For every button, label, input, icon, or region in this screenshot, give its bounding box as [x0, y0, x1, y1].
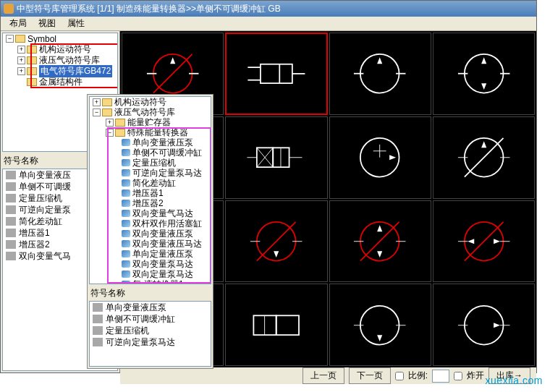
symbol-cell[interactable] — [329, 33, 431, 115]
symbol-cell[interactable] — [433, 284, 535, 366]
collapse-icon[interactable]: − — [93, 108, 101, 116]
folder-icon — [102, 98, 112, 106]
menubar: 布局 视图 属性 — [1, 17, 536, 31]
symbol-icon — [6, 171, 16, 179]
expand-icon[interactable]: + — [106, 119, 114, 127]
folder-icon — [102, 108, 112, 116]
explode-checkbox[interactable] — [454, 372, 462, 380]
symbol-icon — [122, 210, 130, 217]
folder-icon — [15, 35, 25, 43]
ratio-checkbox[interactable] — [395, 372, 404, 380]
svg-rect-64 — [254, 315, 276, 335]
svg-rect-5 — [261, 64, 292, 83]
ratio-label: 比例: — [408, 370, 428, 382]
ratio-input[interactable] — [432, 370, 449, 383]
symbol-icon — [122, 220, 130, 227]
content: −Symbol +机构运动符号 +液压气动符号库 +电气符号库GB472 金属结… — [1, 31, 536, 372]
list-item[interactable]: 定量压缩机 — [90, 325, 211, 336]
symbol-icon — [122, 270, 130, 278]
explode-label: 炸开 — [467, 370, 484, 382]
symbol-icon — [122, 230, 130, 237]
symbol-icon — [122, 149, 130, 156]
svg-marker-70 — [378, 335, 383, 341]
bottom-toolbar: 上一页 下一页 比例: 炸开 出库→ — [120, 367, 536, 384]
folder-icon — [115, 119, 125, 127]
symbol-icon — [122, 179, 130, 187]
popup-tree[interactable]: +机构运动符号 −液压气动符号库 +能量贮存器 −特殊能量转换器 单向变量液压泵… — [89, 96, 211, 284]
svg-marker-51 — [378, 225, 383, 231]
svg-marker-58 — [494, 239, 500, 244]
folder-icon — [27, 46, 37, 54]
symbol-cell[interactable] — [329, 200, 431, 283]
symbol-cell[interactable] — [329, 116, 431, 199]
symbol-icon — [122, 139, 130, 146]
symbol-cell[interactable] — [433, 33, 535, 115]
svg-marker-74 — [494, 323, 500, 328]
svg-marker-4 — [170, 58, 175, 64]
symbol-icon — [6, 205, 16, 214]
menu-view[interactable]: 视图 — [33, 16, 62, 31]
prev-page-button[interactable]: 上一页 — [302, 367, 344, 384]
expand-icon[interactable]: + — [17, 46, 25, 54]
svg-marker-52 — [378, 251, 383, 257]
folder-icon — [115, 129, 125, 137]
tree-root[interactable]: Symbol — [28, 34, 56, 44]
menu-props[interactable]: 属性 — [62, 16, 90, 31]
popup-tree-panel: +机构运动符号 −液压气动符号库 +能量贮存器 −特殊能量转换器 单向变量液压泵… — [87, 94, 213, 369]
symbol-icon — [122, 200, 130, 207]
svg-marker-18 — [481, 83, 486, 90]
symbol-icon — [6, 229, 16, 237]
list-item[interactable]: 可逆向定量泵马达 — [90, 336, 211, 348]
symbol-icon — [6, 182, 16, 191]
next-page-button[interactable]: 下一页 — [349, 367, 391, 384]
watermark: xuexila.com — [486, 375, 543, 386]
symbol-icon — [6, 217, 16, 226]
symbol-icon — [6, 194, 16, 203]
app-window: 中型符号库管理系统 [1/1] 制造殊能量转换器>>单侧不可调缓冲缸 GB 布局… — [0, 0, 537, 373]
symbol-cell[interactable] — [225, 200, 327, 283]
folder-icon — [27, 56, 37, 64]
app-icon — [4, 4, 14, 14]
svg-marker-17 — [481, 58, 486, 64]
svg-rect-23 — [273, 148, 289, 167]
symbol-cell[interactable] — [433, 200, 535, 283]
collapse-icon[interactable]: − — [106, 129, 114, 137]
symbol-cell[interactable] — [225, 116, 327, 199]
symbol-icon — [6, 240, 16, 249]
expand-icon[interactable]: + — [17, 67, 25, 75]
list-item[interactable]: 单向变量液压泵 — [90, 302, 211, 313]
symbol-cell[interactable] — [329, 284, 431, 366]
svg-marker-46 — [274, 251, 279, 257]
symbol-cell[interactable] — [225, 284, 327, 366]
symbol-icon — [122, 260, 130, 268]
svg-marker-13 — [378, 58, 383, 64]
folder-icon — [27, 78, 37, 86]
symbol-icon — [93, 326, 103, 335]
popup-symbol-list[interactable]: 单向变量液压泵 单侧不可调缓冲缸 定量压缩机 可逆向定量泵马达 — [89, 301, 211, 367]
window-title: 中型符号库管理系统 [1/1] 制造殊能量转换器>>单侧不可调缓冲缸 GB — [17, 3, 533, 15]
symbol-icon — [122, 250, 130, 257]
popup-list-header: 符号名称 — [88, 286, 213, 301]
symbol-icon — [122, 159, 130, 166]
symbol-icon — [93, 315, 103, 323]
svg-rect-65 — [276, 315, 299, 335]
symbol-cell-selected[interactable] — [225, 33, 327, 115]
svg-marker-37 — [481, 141, 486, 148]
svg-marker-57 — [468, 239, 474, 244]
svg-marker-30 — [390, 155, 397, 160]
collapse-icon[interactable]: − — [6, 35, 14, 43]
symbol-icon — [122, 189, 130, 197]
menu-layout[interactable]: 布局 — [4, 16, 33, 31]
symbol-icon — [93, 303, 103, 312]
symbol-icon — [122, 281, 130, 284]
list-item[interactable]: 单侧不可调缓冲缸 — [90, 313, 211, 325]
symbol-cell[interactable] — [433, 116, 535, 199]
symbol-icon — [6, 252, 16, 260]
symbol-icon — [122, 240, 130, 247]
symbol-icon — [122, 169, 130, 176]
tree-item[interactable]: 金属结构件 — [39, 76, 82, 88]
expand-icon[interactable]: + — [17, 56, 25, 64]
expand-icon[interactable]: + — [93, 98, 101, 106]
folder-icon — [27, 67, 37, 75]
symbol-icon — [93, 338, 103, 346]
